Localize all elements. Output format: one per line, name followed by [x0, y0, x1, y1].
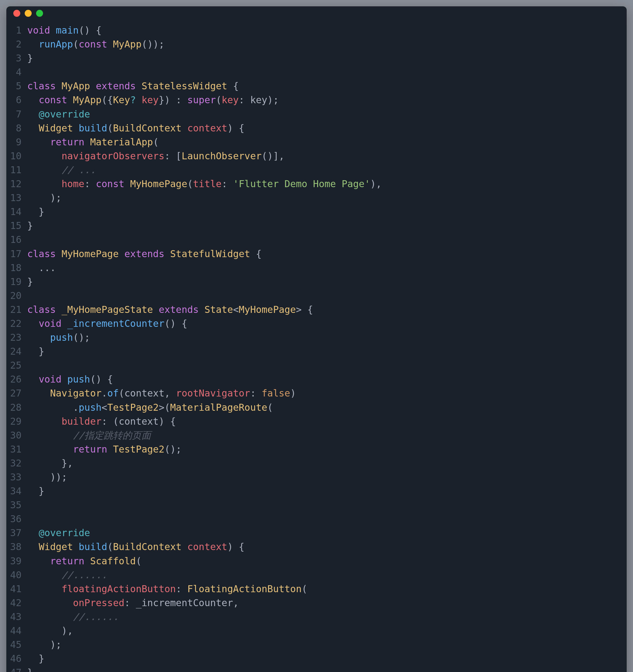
- code-content: }: [27, 219, 621, 233]
- line-number: 26: [9, 373, 27, 386]
- line-number: 5: [9, 79, 27, 93]
- code-content: Widget build(BuildContext context) {: [27, 540, 621, 554]
- code-content: void main() {: [27, 23, 621, 38]
- code-line: 28 .push<TestPage2>(MaterialPageRoute(: [9, 401, 621, 414]
- code-content: }: [27, 51, 621, 65]
- code-line: 30 //指定跳转的页面: [9, 429, 621, 442]
- code-line: 38 Widget build(BuildContext context) {: [9, 540, 621, 554]
- line-number: 44: [9, 624, 27, 638]
- line-number: 42: [9, 596, 27, 610]
- minimize-icon[interactable]: [25, 10, 32, 17]
- code-line: 12 home: const MyHomePage(title: 'Flutte…: [9, 177, 621, 191]
- code-line: 1void main() {: [9, 23, 621, 38]
- line-number: 10: [9, 149, 27, 163]
- line-number: 23: [9, 331, 27, 344]
- code-line: 14 }: [9, 205, 621, 219]
- code-line: 33 ));: [9, 470, 621, 484]
- code-content: //......: [27, 568, 621, 582]
- code-content: class MyApp extends StatelessWidget {: [27, 79, 621, 93]
- code-line: 23 push();: [9, 331, 621, 344]
- code-line: 15}: [9, 219, 621, 233]
- code-line: 2 runApp(const MyApp());: [9, 38, 621, 51]
- line-number: 3: [9, 51, 27, 65]
- line-number: 36: [9, 512, 27, 526]
- code-editor-window: 1void main() {2 runApp(const MyApp());3}…: [6, 6, 627, 672]
- code-content: [27, 233, 621, 247]
- code-content: Navigator.of(context, rootNavigator: fal…: [27, 386, 621, 400]
- code-line: 35: [9, 498, 621, 512]
- line-number: 15: [9, 219, 27, 233]
- code-line: 46 }: [9, 652, 621, 666]
- code-content: },: [27, 456, 621, 470]
- line-number: 37: [9, 526, 27, 540]
- code-line: 17class MyHomePage extends StatefulWidge…: [9, 247, 621, 261]
- line-number: 20: [9, 289, 27, 303]
- line-number: 30: [9, 429, 27, 442]
- code-line: 7 @override: [9, 107, 621, 121]
- code-line: 21class _MyHomePageState extends State<M…: [9, 303, 621, 317]
- line-number: 38: [9, 540, 27, 554]
- code-line: 42 onPressed: _incrementCounter,: [9, 596, 621, 610]
- code-content: }: [27, 652, 621, 666]
- line-number: 22: [9, 317, 27, 331]
- code-line: 3}: [9, 51, 621, 65]
- code-line: 19}: [9, 275, 621, 289]
- close-icon[interactable]: [13, 10, 20, 17]
- code-content: navigatorObservers: [LaunchObserver()],: [27, 149, 621, 163]
- window-titlebar: [6, 6, 627, 20]
- code-line: 27 Navigator.of(context, rootNavigator: …: [9, 386, 621, 400]
- code-editor-body[interactable]: 1void main() {2 runApp(const MyApp());3}…: [6, 20, 627, 672]
- line-number: 46: [9, 652, 27, 666]
- code-content: [27, 498, 621, 512]
- code-content: //......: [27, 610, 621, 624]
- code-line: 43 //......: [9, 610, 621, 624]
- code-line: 16: [9, 233, 621, 247]
- line-number: 40: [9, 568, 27, 582]
- code-line: 22 void _incrementCounter() {: [9, 317, 621, 331]
- code-line: 44 ),: [9, 624, 621, 638]
- code-content: push();: [27, 331, 621, 344]
- code-content: [27, 359, 621, 373]
- code-line: 8 Widget build(BuildContext context) {: [9, 121, 621, 135]
- line-number: 16: [9, 233, 27, 247]
- line-number: 8: [9, 121, 27, 135]
- code-content: );: [27, 638, 621, 652]
- code-content: .push<TestPage2>(MaterialPageRoute(: [27, 401, 621, 414]
- line-number: 39: [9, 554, 27, 568]
- code-line: 39 return Scaffold(: [9, 554, 621, 568]
- line-number: 32: [9, 456, 27, 470]
- code-content: }: [27, 484, 621, 498]
- code-content: void push() {: [27, 373, 621, 386]
- code-content: onPressed: _incrementCounter,: [27, 596, 621, 610]
- line-number: 33: [9, 470, 27, 484]
- code-content: return TestPage2();: [27, 442, 621, 456]
- code-content: );: [27, 191, 621, 205]
- line-number: 28: [9, 401, 27, 414]
- line-number: 35: [9, 498, 27, 512]
- code-content: // ...: [27, 163, 621, 177]
- code-line: 13 );: [9, 191, 621, 205]
- line-number: 31: [9, 442, 27, 456]
- code-line: 45 );: [9, 638, 621, 652]
- code-line: 31 return TestPage2();: [9, 442, 621, 456]
- code-content: const MyApp({Key? key}) : super(key: key…: [27, 93, 621, 107]
- code-line: 20: [9, 289, 621, 303]
- code-line: 9 return MaterialApp(: [9, 135, 621, 149]
- line-number: 4: [9, 65, 27, 79]
- line-number: 47: [9, 666, 27, 672]
- code-content: }: [27, 275, 621, 289]
- code-line: 34 }: [9, 484, 621, 498]
- code-content: }: [27, 666, 621, 672]
- code-content: home: const MyHomePage(title: 'Flutter D…: [27, 177, 621, 191]
- line-number: 7: [9, 107, 27, 121]
- code-line: 29 builder: (context) {: [9, 414, 621, 429]
- line-number: 27: [9, 386, 27, 400]
- code-line: 26 void push() {: [9, 373, 621, 386]
- code-content: class MyHomePage extends StatefulWidget …: [27, 247, 621, 261]
- line-number: 17: [9, 247, 27, 261]
- line-number: 29: [9, 414, 27, 429]
- code-content: return Scaffold(: [27, 554, 621, 568]
- maximize-icon[interactable]: [36, 10, 43, 17]
- code-content: }: [27, 344, 621, 359]
- code-content: class _MyHomePageState extends State<MyH…: [27, 303, 621, 317]
